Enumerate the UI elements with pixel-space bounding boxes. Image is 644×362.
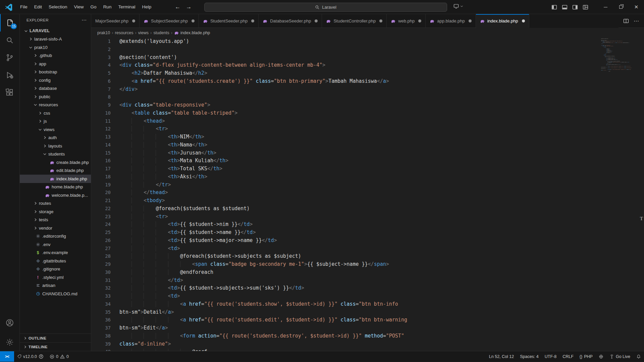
modified-dot-icon[interactable] <box>379 19 382 22</box>
tree-file-.styleci.yml[interactable]: !.styleci.yml <box>20 273 91 282</box>
line-number[interactable]: 23 <box>91 213 119 221</box>
modified-dot-icon[interactable] <box>418 19 421 22</box>
tree-folder-tests[interactable]: tests <box>20 216 91 224</box>
tree-folder-vendor[interactable]: vendor <box>20 224 91 232</box>
code-line[interactable]: 21 <tbody> <box>91 197 644 205</box>
line-number[interactable]: 13 <box>91 133 119 141</box>
modified-dot-icon[interactable] <box>192 19 195 22</box>
tree-folder-students[interactable]: students <box>20 150 91 159</box>
line-number[interactable]: 7 <box>91 85 119 94</box>
breadcrumb[interactable]: prak10›resources›views›students›index.bl… <box>91 28 644 38</box>
menu-view[interactable]: View <box>71 0 87 14</box>
modified-dot-icon[interactable] <box>522 19 525 22</box>
line-number[interactable]: 26 <box>91 237 119 245</box>
tree-folder-config[interactable]: config <box>20 76 91 84</box>
line-number[interactable]: 27 <box>91 245 119 253</box>
close-button[interactable]: ✕ <box>629 0 644 14</box>
line-number[interactable]: 1 <box>91 38 119 46</box>
tree-file-.editorconfig[interactable]: .editorconfig <box>20 232 91 241</box>
tree-file-.env[interactable]: .env <box>20 240 91 249</box>
window-layout-menu[interactable] <box>453 3 464 9</box>
tree-folder-public[interactable]: public <box>20 93 91 101</box>
modified-dot-icon[interactable] <box>132 19 135 22</box>
menu-run[interactable]: Run <box>100 0 115 14</box>
line-number[interactable]: 18 <box>91 173 119 181</box>
line-number[interactable]: 31 <box>91 277 119 285</box>
tree-file-welcome.blade.p...[interactable]: welcome.blade.p... <box>20 191 91 199</box>
code-line[interactable]: 10 <table class="table table-striped"> <box>91 109 644 117</box>
menu-go[interactable]: Go <box>87 0 100 14</box>
tree-folder-auth[interactable]: auth <box>20 134 91 142</box>
outline-section-header[interactable]: OUTLINE <box>20 334 91 342</box>
line-number[interactable]: 3 <box>91 54 119 62</box>
tab-index.blade.php[interactable]: index.blade.php <box>476 14 529 28</box>
line-number[interactable]: 8 <box>91 93 119 101</box>
toggle-primary-sidebar-icon[interactable] <box>551 4 557 10</box>
line-number[interactable]: 36 <box>91 316 119 324</box>
line-number[interactable]: 16 <box>91 157 119 165</box>
toggle-panel-icon[interactable] <box>562 4 568 10</box>
tree-file-.env.example[interactable]: $.env.example <box>20 249 91 257</box>
code-line[interactable]: 24 <td>{{ $student->nim }}</td> <box>91 221 644 229</box>
code-line[interactable]: 7</div> <box>91 85 644 94</box>
tree-folder-laravel-sisfo-a[interactable]: laravel-sisfo-A <box>20 35 91 44</box>
problems-status-item[interactable]: 0 0 <box>47 351 72 362</box>
breadcrumb-item[interactable]: prak10 <box>97 31 110 35</box>
modified-dot-icon[interactable] <box>251 19 254 22</box>
line-number[interactable]: 33 <box>91 292 119 300</box>
code-line[interactable]: 2 <box>91 46 644 54</box>
minimap[interactable]: @extends('layouts.app')@section('content… <box>601 38 639 88</box>
breadcrumb-item[interactable]: resources <box>115 31 133 35</box>
explorer-icon[interactable]: 15 <box>0 14 20 32</box>
code-line[interactable]: 9<div class="table-responsive"> <box>91 101 644 109</box>
tab-web.php[interactable]: web.php <box>387 14 426 28</box>
code-line[interactable]: 36 <a href="{{ route('students.edit', $s… <box>91 316 644 324</box>
menu-help[interactable]: Help <box>139 0 155 14</box>
toggle-secondary-sidebar-icon[interactable] <box>572 4 578 10</box>
code-line[interactable]: 29 <span class="badge bg-secondary me-1"… <box>91 260 644 268</box>
line-number[interactable]: 17 <box>91 165 119 173</box>
code-line[interactable]: 4<div class="d-flex justify-content-betw… <box>91 61 644 69</box>
line-number[interactable]: 10 <box>91 109 119 117</box>
line-number[interactable]: 37 <box>91 324 119 332</box>
code-line[interactable]: 12 <tr> <box>91 125 644 133</box>
tree-file-index.blade.php[interactable]: index.blade.php <box>20 175 91 183</box>
tab-app.blade.php[interactable]: app.blade.php <box>426 14 476 28</box>
breadcrumb-file[interactable]: index.blade.php <box>174 31 210 35</box>
timeline-section-header[interactable]: TIMELINE <box>20 342 91 351</box>
line-number[interactable]: 22 <box>91 205 119 213</box>
code-line[interactable]: 33 <td> <box>91 292 644 300</box>
tab-subjectseeder.php[interactable]: SubjectSeeder.php <box>140 14 199 28</box>
line-number[interactable]: 15 <box>91 149 119 157</box>
run-debug-icon[interactable] <box>0 66 20 84</box>
code-line[interactable]: 16 <th>Mata Kuliah</th> <box>91 157 644 165</box>
tree-file-home.blade.php[interactable]: home.blade.php <box>20 183 91 191</box>
code-line[interactable]: 15 <th>Jurusan</th> <box>91 149 644 157</box>
line-number[interactable]: 21 <box>91 197 119 205</box>
line-number[interactable]: 24 <box>91 221 119 229</box>
line-number[interactable]: 39 <box>91 340 119 348</box>
code-line[interactable]: 14 <th>Nama</th> <box>91 141 644 149</box>
code-line[interactable]: 34 <a href="{{ route('students.show', $s… <box>91 300 644 308</box>
code-line[interactable]: 22 @foreach($students as $student) <box>91 205 644 213</box>
tree-folder-bootstrap[interactable]: bootstrap <box>20 68 91 76</box>
code-line[interactable]: 18 <th>Aksi</th> <box>91 173 644 181</box>
account-icon[interactable] <box>0 314 20 331</box>
tree-folder-resources[interactable]: resources <box>20 101 91 109</box>
cursor-position-item[interactable]: Ln 52, Col 12 <box>486 351 517 362</box>
line-number[interactable]: 28 <box>91 252 119 260</box>
code-line[interactable]: 26 <td>{{ $student->major->name }}</td> <box>91 237 644 245</box>
code-line[interactable]: 39class="d-inline"> <box>91 340 644 348</box>
menu-terminal[interactable]: Terminal <box>115 0 139 14</box>
tree-file-create.blade.php[interactable]: create.blade.php <box>20 158 91 167</box>
line-number[interactable]: 4 <box>91 61 119 69</box>
tab-databaseseeder.php[interactable]: DatabaseSeeder.php <box>259 14 322 28</box>
tab-studentcontroller.php[interactable]: StudentController.php <box>322 14 387 28</box>
tree-folder-laravel[interactable]: LARAVEL <box>20 27 91 35</box>
tab-studentseeder.php[interactable]: StudentSeeder.php <box>199 14 259 28</box>
code-line[interactable]: 25 <td>{{ $student->name }}</td> <box>91 229 644 237</box>
tree-folder-routes[interactable]: routes <box>20 199 91 208</box>
back-arrow-icon[interactable]: ← <box>175 4 180 10</box>
breadcrumb-item[interactable]: students <box>153 31 169 35</box>
version-status-item[interactable]: v12.0.0 <box>14 351 47 362</box>
